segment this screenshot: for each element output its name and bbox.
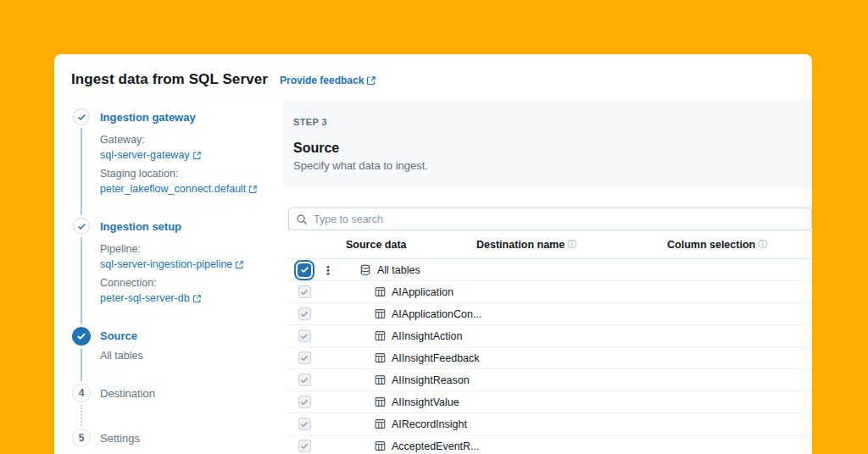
table-row[interactable]: AcceptedEventR... (288, 435, 812, 454)
pipeline-label: Pipeline: (100, 242, 271, 256)
row-checkbox[interactable] (298, 352, 311, 364)
table-name: AIInsightAction (392, 330, 462, 342)
table-icon (375, 374, 386, 385)
step-ingestion-gateway[interactable]: Ingestion gateway Gateway: sql-server-ga… (71, 108, 271, 218)
table-row[interactable]: AIInsightFeedback (288, 347, 812, 369)
external-link-icon (249, 185, 257, 193)
table-name: AIInsightFeedback (392, 352, 480, 364)
col-source-data: Source data (346, 239, 407, 251)
table-icon (375, 396, 386, 407)
page-title: Ingest data from SQL Server (71, 71, 268, 88)
table-icon (375, 440, 386, 451)
table-name: AIApplication (392, 286, 453, 298)
step-label: Ingestion gateway (100, 109, 271, 126)
table-name: AIRecordInsight (392, 418, 467, 430)
table-name: AIInsightReason (392, 374, 470, 386)
staging-location-label: Staging location: (100, 167, 271, 180)
col-column-selection: Column selection (667, 239, 755, 251)
gateway-link[interactable]: sql-server-gateway (100, 148, 201, 162)
step-active-check-icon (72, 327, 91, 346)
table-icon (375, 286, 386, 297)
table-icon (375, 330, 386, 341)
kebab-menu-icon[interactable]: ⋮ (320, 263, 334, 277)
all-tables-checkbox[interactable] (298, 263, 311, 277)
step-connector (81, 348, 82, 381)
row-checkbox[interactable] (298, 396, 311, 408)
step-connector (81, 405, 82, 426)
step-label: Ingestion setup (100, 219, 271, 235)
external-link-icon (236, 261, 243, 269)
step-label: Destination (100, 385, 271, 403)
provide-feedback-label: Provide feedback (280, 75, 364, 86)
panel-subtitle: Specify what data to ingest. (293, 159, 795, 172)
gateway-label: Gateway: (100, 133, 271, 147)
table-name: AcceptedEventR... (392, 440, 480, 452)
step-settings[interactable]: 5 Settings (71, 429, 271, 448)
provide-feedback-link[interactable]: Provide feedback (280, 75, 376, 86)
table-row[interactable]: AIApplicationCon... (288, 303, 812, 325)
step-number-label: STEP 3 (293, 117, 795, 127)
step-header-band: STEP 3 Source Specify what data to inges… (283, 100, 812, 187)
search-input[interactable] (314, 213, 804, 225)
table-icon (375, 308, 386, 319)
wizard-stepper: Ingestion gateway Gateway: sql-server-ga… (54, 97, 271, 454)
table-row[interactable]: AIApplication (288, 281, 812, 303)
row-checkbox[interactable] (298, 329, 311, 342)
search-icon (296, 213, 308, 225)
step-label: Source (100, 328, 271, 345)
row-checkbox[interactable] (298, 307, 311, 320)
row-checkbox[interactable] (298, 374, 311, 386)
step-source-selection: All tables (100, 345, 271, 384)
table-search-box[interactable] (288, 208, 812, 230)
card-header: Ingest data from SQL Server Provide feed… (54, 54, 812, 97)
info-icon[interactable]: ⓘ (758, 240, 767, 249)
step-complete-check-icon (73, 218, 90, 235)
source-step-panel: STEP 3 Source Specify what data to inges… (271, 97, 812, 454)
external-link-icon (193, 152, 201, 159)
table-header-row: Source data Destination name ⓘ Column se… (288, 230, 812, 259)
all-tables-label: All tables (377, 264, 420, 276)
step-label: Settings (100, 429, 271, 448)
step-connector (81, 237, 82, 324)
panel-title: Source (293, 141, 795, 156)
row-checkbox[interactable] (298, 285, 311, 298)
step-ingestion-setup[interactable]: Ingestion setup Pipeline: sql-server-ing… (71, 218, 271, 327)
step-destination[interactable]: 4 Destination (71, 384, 271, 429)
col-destination-name: Destination name (476, 239, 565, 251)
row-checkbox[interactable] (298, 440, 311, 452)
connection-label: Connection: (100, 276, 271, 290)
connection-link[interactable]: peter-sql-server-db (100, 291, 201, 305)
step-connector (81, 128, 82, 215)
table-row[interactable]: AIInsightValue (288, 391, 812, 413)
table-row[interactable]: AIInsightAction (288, 325, 812, 347)
step-source[interactable]: Source All tables (71, 327, 271, 384)
external-link-icon (367, 76, 376, 85)
database-icon (359, 264, 371, 276)
table-row[interactable]: AIInsightReason (288, 369, 812, 391)
row-checkbox[interactable] (298, 418, 311, 430)
table-name: AIInsightValue (392, 396, 459, 408)
source-table-rows: AIApplication (288, 281, 812, 454)
external-link-icon (193, 295, 201, 302)
ingest-wizard-card: Ingest data from SQL Server Provide feed… (54, 54, 812, 454)
table-name: AIApplicationCon... (392, 308, 481, 320)
pipeline-link[interactable]: sql-server-ingestion-pipeline (100, 257, 243, 271)
table-row[interactable]: AIRecordInsight (288, 413, 812, 435)
step-complete-check-icon (73, 108, 90, 125)
all-tables-row[interactable]: ⋮ All tables (288, 259, 812, 281)
staging-location-link[interactable]: peter_lakeflow_connect.default (100, 182, 257, 196)
table-icon (375, 418, 386, 429)
table-icon (375, 352, 386, 363)
step-number: 4 (72, 384, 91, 402)
step-number: 5 (72, 429, 91, 447)
info-icon[interactable]: ⓘ (567, 240, 576, 249)
